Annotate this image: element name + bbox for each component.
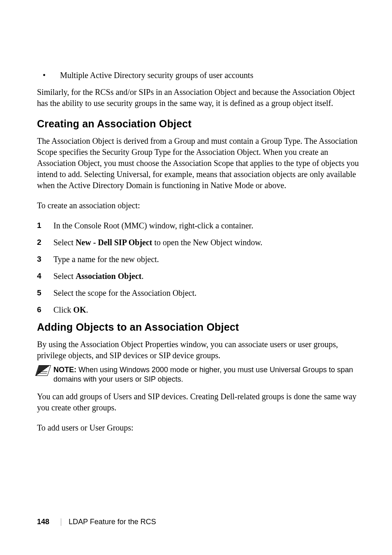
step-5: 5 Select the scope for the Association O… (37, 288, 359, 299)
step-3: 3 Type a name for the new object. (37, 254, 359, 265)
step-text: Click OK. (53, 304, 359, 315)
step-6: 6 Click OK. (37, 304, 359, 315)
note-label: NOTE: (53, 366, 78, 374)
step-pre: Select (53, 272, 76, 281)
step-pre: Select (53, 238, 76, 247)
step-post: to open the New Object window. (152, 238, 263, 247)
step-text: Select the scope for the Association Obj… (53, 288, 359, 299)
step-pre: In the Console Root (MMC) window, right-… (53, 221, 253, 230)
section1-paragraph: The Association Object is derived from a… (37, 136, 359, 191)
step-number: 4 (37, 271, 53, 282)
step-number: 2 (37, 237, 53, 248)
section2-paragraph: By using the Association Object Properti… (37, 339, 359, 361)
section2-leadin: To add users or User Groups: (37, 422, 359, 433)
step-2: 2 Select New - Dell SIP Object to open t… (37, 237, 359, 248)
step-number: 3 (37, 254, 53, 265)
step-post: . (141, 272, 143, 281)
note-block: NOTE: When using Windows 2000 mode or hi… (37, 365, 359, 384)
step-bold: New - Dell SIP Object (76, 238, 152, 247)
intro-paragraph: Similarly, for the RCSs and/or SIPs in a… (37, 87, 359, 109)
section1-leadin: To create an association object: (37, 200, 359, 211)
heading-adding-objects: Adding Objects to an Association Object (37, 321, 359, 333)
step-1: 1 In the Console Root (MMC) window, righ… (37, 220, 359, 231)
page-footer: 148 LDAP Feature for the RCS (37, 518, 156, 526)
footer-divider (61, 518, 61, 526)
step-bold: Association Object (76, 272, 142, 281)
footer-title: LDAP Feature for the RCS (69, 518, 156, 526)
page-container: • Multiple Active Directory security gro… (0, 0, 392, 555)
step-pre: Select the scope for the Association Obj… (53, 288, 196, 297)
note-icon (37, 365, 53, 384)
section2-paragraph-2: You can add groups of Users and SIP devi… (37, 391, 359, 413)
page-number: 148 (37, 518, 49, 526)
step-pre: Click (53, 305, 73, 314)
step-bold: OK (73, 305, 86, 314)
step-text: Select Association Object. (53, 271, 359, 282)
heading-creating-association: Creating an Association Object (37, 118, 359, 130)
step-text: In the Console Root (MMC) window, right-… (53, 220, 359, 231)
step-post: . (86, 305, 88, 314)
step-text: Type a name for the new object. (53, 254, 359, 265)
bullet-text: Multiple Active Directory security group… (60, 70, 359, 81)
step-text: Select New - Dell SIP Object to open the… (53, 237, 359, 248)
note-body: When using Windows 2000 mode or higher, … (53, 366, 353, 383)
step-number: 5 (37, 288, 53, 299)
step-4: 4 Select Association Object. (37, 271, 359, 282)
note-text: NOTE: When using Windows 2000 mode or hi… (53, 365, 359, 384)
step-number: 1 (37, 220, 53, 231)
step-number: 6 (37, 304, 53, 315)
bullet-marker: • (37, 70, 60, 81)
bullet-item: • Multiple Active Directory security gro… (37, 70, 359, 81)
step-pre: Type a name for the new object. (53, 255, 159, 264)
